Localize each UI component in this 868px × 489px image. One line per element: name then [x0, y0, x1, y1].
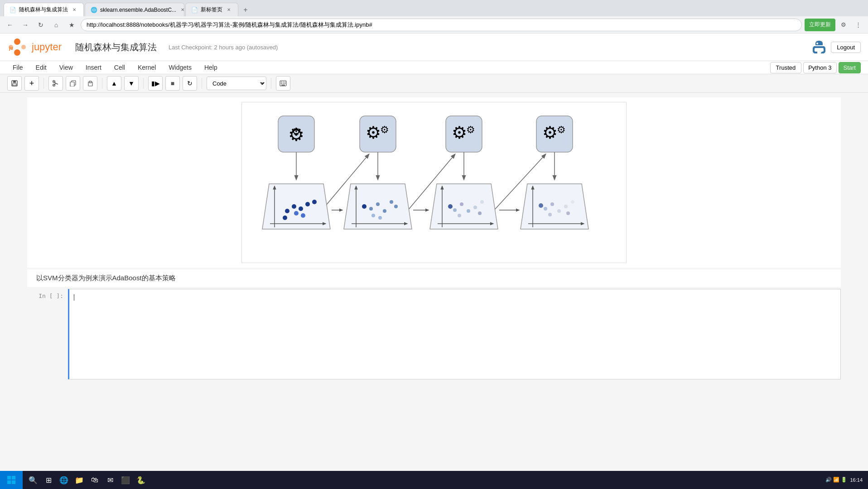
cut-button[interactable] [48, 76, 63, 91]
menu-widgets[interactable]: Widgets [163, 61, 197, 74]
svg-point-47 [292, 204, 296, 209]
svg-rect-21 [283, 83, 284, 84]
svg-rect-20 [281, 83, 282, 84]
taskbar-python[interactable]: 🐍 [134, 473, 148, 487]
code-input[interactable] [68, 289, 841, 379]
svg-point-58 [376, 202, 380, 206]
down-arrow-icon: ▼ [128, 80, 135, 87]
svg-point-3 [21, 45, 26, 49]
svg-rect-13 [70, 82, 74, 86]
move-down-button[interactable]: ▼ [124, 76, 139, 91]
svg-point-53 [301, 213, 305, 218]
svg-point-48 [299, 206, 303, 211]
tab-2[interactable]: 🌐 sklearn.ensemble.AdaBoostC... ✕ [85, 3, 184, 16]
menu-help[interactable]: Help [199, 61, 223, 74]
cell-prompt: In [ ]: [27, 289, 68, 379]
svg-rect-90 [7, 476, 11, 479]
start-button[interactable]: Start [839, 62, 861, 73]
keyboard-button[interactable] [276, 76, 290, 91]
browser: 📄 随机森林与集成算法 ✕ 🌐 sklearn.ensemble.AdaBoos… [0, 0, 868, 472]
cell-image-area: ⚙ ⚙ ⚙ ⚙ ⚙ ⚙ ⚙ ⚙ [27, 97, 841, 268]
svg-point-86 [566, 211, 570, 215]
svg-point-63 [362, 204, 366, 209]
svg-point-68 [453, 208, 457, 212]
save-button[interactable] [7, 76, 22, 91]
taskbar-icons: 🔍 ⊞ 🌐 📁 🛍 ✉ ⬛ 🐍 [23, 473, 151, 487]
trusted-button[interactable]: Trusted [770, 62, 802, 73]
svg-point-73 [480, 200, 484, 204]
tab-title: 随机森林与集成算法 [19, 6, 68, 14]
diagram-container: ⚙ ⚙ ⚙ ⚙ ⚙ ⚙ ⚙ ⚙ [241, 102, 627, 263]
checkpoint-info: Last Checkpoint: 2 hours ago (autosaved) [169, 44, 278, 51]
taskbar-mail[interactable]: ✉ [103, 473, 117, 487]
svg-rect-92 [7, 480, 11, 484]
diagram-cell: ⚙ ⚙ ⚙ ⚙ ⚙ ⚙ ⚙ ⚙ [27, 97, 841, 268]
jupyter-user-area: Logout [812, 40, 861, 54]
update-button[interactable]: 立即更新 [805, 19, 835, 31]
restart-button[interactable]: ↻ [183, 76, 197, 91]
svg-point-70 [467, 209, 470, 213]
add-cell-button[interactable]: + [24, 76, 39, 91]
jupyter-brand-text: jupyter [32, 41, 62, 53]
back-button[interactable]: ← [4, 19, 16, 31]
tab-1[interactable]: 📄 随机森林与集成算法 ✕ [4, 3, 84, 16]
up-arrow-icon: ▲ [111, 80, 117, 87]
svg-rect-15 [89, 81, 92, 83]
logout-button[interactable]: Logout [831, 42, 861, 53]
browser-toolbar: ← → ↻ ⌂ ★ 立即更新 ⚙ ⋮ [0, 16, 868, 34]
cell-type-selector[interactable]: Code Markdown Raw NBConvert Heading [207, 77, 266, 90]
svg-text:⚙: ⚙ [366, 123, 381, 142]
taskbar-store[interactable]: 🛍 [88, 473, 101, 487]
tab-close-1[interactable]: ✕ [71, 6, 78, 13]
menu-view[interactable]: View [54, 61, 78, 74]
minimize-button[interactable]: ⋮ [852, 19, 864, 31]
svg-point-59 [383, 209, 386, 213]
copy-icon [70, 80, 76, 86]
address-bar[interactable] [81, 19, 802, 31]
settings-button[interactable]: ⚙ [837, 19, 850, 31]
taskbar-search[interactable]: 🔍 [26, 473, 40, 487]
move-up-button[interactable]: ▲ [107, 76, 121, 91]
home-button[interactable]: ⌂ [50, 19, 63, 31]
jupyter-toolbar: + ▲ ▼ [0, 74, 868, 93]
svg-marker-54 [344, 184, 412, 229]
start-menu-button[interactable] [0, 471, 23, 489]
restart-icon: ↻ [187, 80, 193, 87]
menu-edit[interactable]: Edit [30, 61, 52, 74]
svg-point-51 [312, 200, 317, 204]
tab-favicon-3: 📄 [191, 7, 198, 13]
taskbar-task-view[interactable]: ⊞ [42, 473, 55, 487]
jupyter-header: ju jupyter 随机森林与集成算法 Last Checkpoint: 2 … [0, 34, 868, 61]
tab-close-3[interactable]: ✕ [225, 6, 232, 13]
taskbar-terminal[interactable]: ⬛ [119, 473, 132, 487]
tab-3[interactable]: 📄 新标签页 ✕ [185, 3, 238, 16]
tab-favicon-2: 🌐 [91, 7, 97, 13]
menu-file[interactable]: File [7, 61, 29, 74]
stop-button[interactable]: ■ [165, 76, 180, 91]
taskbar-chrome[interactable]: 🌐 [57, 473, 71, 487]
paste-button[interactable] [83, 76, 97, 91]
tab-bar: 📄 随机森林与集成算法 ✕ 🌐 sklearn.ensemble.AdaBoos… [0, 0, 868, 16]
copy-button[interactable] [66, 76, 80, 91]
jupyter-logo: ju jupyter 随机森林与集成算法 Last Checkpoint: 2 … [7, 37, 278, 57]
menu-cell[interactable]: Cell [109, 61, 130, 74]
new-tab-button[interactable]: + [239, 4, 252, 16]
menu-insert[interactable]: Insert [80, 61, 107, 74]
keyboard-icon [280, 80, 287, 86]
tray-icons: 🔊 📶 🔋 [825, 477, 847, 483]
refresh-button[interactable]: ↻ [34, 19, 47, 31]
skip-button[interactable]: ▮▶ [148, 76, 163, 91]
menu-kernel[interactable]: Kernel [132, 61, 161, 74]
bookmark-button[interactable]: ★ [65, 19, 78, 31]
jupyter-logo-icon: ju [7, 37, 27, 57]
cell-type-selector-wrap: Code Markdown Raw NBConvert Heading [207, 77, 266, 90]
tab-title-2: sklearn.ensemble.AdaBoostC... [100, 7, 176, 13]
svg-rect-91 [12, 476, 15, 479]
svg-point-57 [369, 207, 373, 211]
stop-icon: ■ [171, 80, 174, 87]
forward-button[interactable]: → [19, 19, 32, 31]
taskbar-explorer[interactable]: 📁 [72, 473, 86, 487]
svg-text:⚙: ⚙ [542, 123, 558, 142]
separator-5 [271, 78, 271, 89]
svg-point-75 [478, 211, 482, 215]
